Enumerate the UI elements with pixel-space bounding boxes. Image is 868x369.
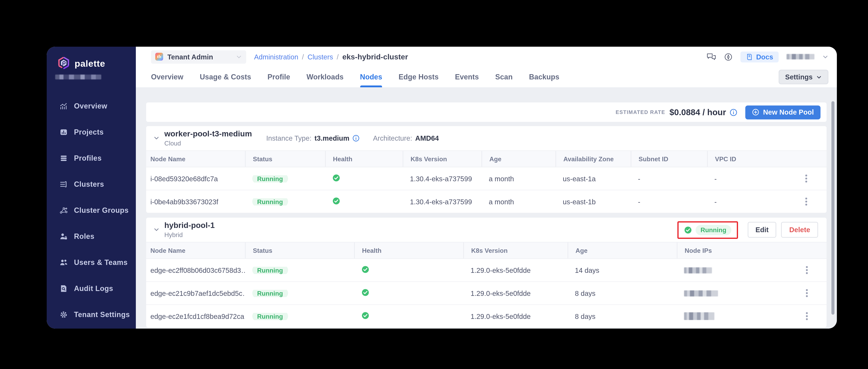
status-badge: Running bbox=[252, 289, 288, 297]
sidebar-item-label: Clusters bbox=[74, 180, 104, 188]
column-header: Age bbox=[568, 243, 677, 258]
compass-icon[interactable] bbox=[724, 53, 733, 61]
table-cell: Running bbox=[245, 267, 354, 274]
tab-workloads[interactable]: Workloads bbox=[306, 67, 343, 87]
project-selector-label: Tenant Admin bbox=[167, 53, 213, 60]
row-menu-button[interactable] bbox=[804, 287, 810, 299]
row-menu-button[interactable] bbox=[804, 311, 810, 322]
table-header-row: Node NameStatusHealthK8s VersionAgeNode … bbox=[146, 242, 827, 259]
status-badge: Running bbox=[252, 313, 288, 320]
estimated-rate-label: ESTIMATED RATE bbox=[616, 109, 665, 115]
project-selector[interactable]: Tenant Admin bbox=[151, 50, 246, 63]
table-cell: - bbox=[631, 198, 707, 205]
redacted-node-ips bbox=[684, 290, 718, 297]
sidebar-item-audit-logs[interactable]: Audit Logs bbox=[47, 275, 136, 301]
table-cell bbox=[354, 266, 463, 275]
delete-button[interactable]: Delete bbox=[781, 222, 818, 238]
docs-button[interactable]: Docs bbox=[740, 51, 779, 62]
table-cell: 8 days bbox=[568, 289, 677, 297]
column-header: Node Name bbox=[146, 151, 245, 167]
tab-overview[interactable]: Overview bbox=[151, 67, 183, 87]
meta-value: t3.medium bbox=[314, 134, 349, 142]
palette-logo[interactable]: palette bbox=[47, 47, 136, 70]
overview-icon bbox=[59, 102, 68, 110]
table-cell: - bbox=[631, 175, 707, 182]
new-node-pool-button[interactable]: New Node Pool bbox=[745, 105, 820, 119]
row-menu-button[interactable] bbox=[804, 196, 809, 207]
table-cell: 8 days bbox=[568, 313, 677, 320]
status-badge: Running bbox=[252, 175, 288, 182]
table-cell: a month bbox=[482, 175, 556, 182]
info-icon[interactable] bbox=[352, 134, 360, 142]
sidebar-item-tenant-settings[interactable]: Tenant Settings bbox=[47, 301, 136, 327]
tab-backups[interactable]: Backups bbox=[529, 67, 559, 87]
tab-scan[interactable]: Scan bbox=[495, 67, 513, 87]
table-cell: 1.29.0-eks-5e0fdde bbox=[463, 267, 568, 274]
table-cell: i-0be4ab9b33673023f bbox=[146, 198, 245, 205]
edit-button[interactable]: Edit bbox=[747, 222, 776, 238]
estimated-rate-bar: ESTIMATED RATE $0.0884 / hour New Node P… bbox=[146, 102, 827, 122]
user-menu-chevron-icon[interactable] bbox=[822, 54, 828, 60]
scrollbar-thumb[interactable] bbox=[831, 101, 834, 315]
sidebar-item-cluster-groups[interactable]: Cluster Groups bbox=[47, 197, 136, 223]
breadcrumb-administration[interactable]: Administration bbox=[254, 53, 298, 60]
meta-label: Architecture: bbox=[373, 134, 412, 142]
sidebar-item-users-teams[interactable]: Users & Teams bbox=[47, 249, 136, 275]
logo-text: palette bbox=[74, 58, 105, 68]
table-row: edge-ec21c9b7aef1dc5ebd5c…Running1.29.0-… bbox=[146, 282, 827, 305]
info-icon[interactable] bbox=[730, 108, 738, 116]
table-cell: a month bbox=[482, 198, 556, 205]
table-cell: i-08ed59320e68dfc7a bbox=[146, 175, 245, 182]
settings-button[interactable]: Settings bbox=[778, 70, 828, 84]
pool-type: Cloud bbox=[164, 140, 255, 147]
tab-events[interactable]: Events bbox=[455, 67, 479, 87]
table-row: edge-ec2ff08b06d03c6758d3…Running1.29.0-… bbox=[146, 259, 827, 282]
chat-icon[interactable] bbox=[707, 53, 716, 61]
table-row: edge-ec2e1fcd1cf8bea9d72ca…Running1.29.0… bbox=[146, 305, 827, 327]
row-menu-button[interactable] bbox=[804, 173, 809, 184]
column-header: Health bbox=[354, 243, 463, 258]
users-teams-icon bbox=[59, 258, 68, 267]
topbar-right: Docs bbox=[707, 51, 828, 62]
sidebar: palette OverviewProjectsProfilesClusters… bbox=[47, 47, 136, 329]
annotation-highlight-box: Running bbox=[677, 221, 738, 239]
column-header: Status bbox=[245, 151, 325, 167]
book-icon bbox=[746, 53, 753, 60]
table-cell: Running bbox=[245, 198, 325, 205]
sidebar-item-label: Cluster Groups bbox=[74, 206, 129, 214]
table-cell: - bbox=[707, 175, 786, 182]
table-cell: edge-ec21c9b7aef1dc5ebd5c… bbox=[146, 289, 245, 297]
collapse-chevron-icon[interactable] bbox=[153, 135, 159, 141]
table-cell: 1.30.4-eks-a737599 bbox=[403, 198, 482, 205]
sidebar-item-overview[interactable]: Overview bbox=[47, 93, 136, 119]
sidebar-item-clusters[interactable]: Clusters bbox=[47, 171, 136, 197]
sidebar-item-label: Roles bbox=[74, 232, 94, 241]
tab-profile[interactable]: Profile bbox=[268, 67, 290, 87]
table-cell: edge-ec2e1fcd1cf8bea9d72ca… bbox=[146, 313, 245, 320]
sidebar-item-label: Profiles bbox=[74, 154, 102, 162]
table-cell bbox=[354, 288, 463, 298]
breadcrumb-separator: / bbox=[302, 53, 304, 60]
breadcrumb-clusters[interactable]: Clusters bbox=[307, 53, 333, 60]
table-cell bbox=[325, 197, 403, 206]
column-header: Status bbox=[245, 243, 354, 258]
pool-list: worker-pool-t3-mediumCloudInstance Type:… bbox=[146, 126, 827, 327]
tab-edge-hosts[interactable]: Edge Hosts bbox=[399, 67, 439, 87]
collapse-chevron-icon[interactable] bbox=[153, 227, 159, 233]
table-cell bbox=[677, 312, 787, 320]
sidebar-item-profiles[interactable]: Profiles bbox=[47, 145, 136, 171]
table-cell: us-east-1a bbox=[556, 175, 631, 182]
health-check-icon bbox=[362, 312, 369, 319]
redacted-username bbox=[786, 54, 814, 59]
tab-nodes[interactable]: Nodes bbox=[360, 67, 382, 87]
sidebar-item-label: Audit Logs bbox=[74, 284, 113, 293]
chevron-down-icon bbox=[236, 54, 242, 60]
sidebar-item-roles[interactable]: Roles bbox=[47, 223, 136, 249]
sidebar-item-projects[interactable]: Projects bbox=[47, 119, 136, 145]
tab-usage-costs[interactable]: Usage & Costs bbox=[200, 67, 251, 87]
new-node-pool-label: New Node Pool bbox=[763, 109, 814, 116]
table-cell: Running bbox=[245, 313, 354, 320]
palette-logo-icon bbox=[57, 56, 70, 70]
row-menu-button[interactable] bbox=[804, 265, 810, 276]
pool-type: Hybrid bbox=[164, 231, 255, 238]
